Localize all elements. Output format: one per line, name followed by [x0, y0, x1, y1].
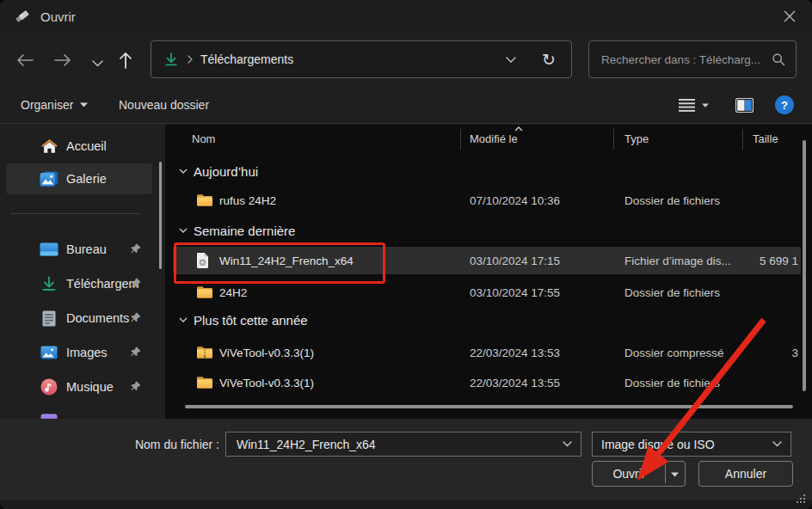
filename-input[interactable] — [235, 437, 563, 452]
filetype-value: Image disque ou ISO — [601, 438, 715, 451]
sidebar-item-accueil[interactable]: Accueil — [6, 131, 152, 162]
up-button[interactable] — [114, 49, 137, 71]
pictures-icon — [39, 343, 59, 362]
sidebar-item-label: Accueil — [66, 139, 107, 153]
pin-icon — [131, 312, 141, 322]
group-header-aujourdhui[interactable]: Aujourd’hui — [165, 160, 812, 182]
column-separator[interactable] — [742, 129, 743, 150]
new-folder-button[interactable]: Nouveau dossier — [119, 86, 209, 124]
forward-button[interactable] — [52, 49, 74, 71]
group-label: Aujourd’hui — [194, 164, 258, 179]
open-button[interactable]: Ouvrir — [592, 461, 686, 487]
column-header-taille[interactable]: Taille — [753, 132, 778, 145]
filename-combobox[interactable] — [225, 432, 581, 457]
file-row-24h2[interactable]: 24H2 03/10/2024 17:55 Dossier de fichier… — [165, 279, 812, 306]
file-row-win11-iso[interactable]: Win11_24H2_French_x64 03/10/2024 17:15 F… — [165, 247, 812, 274]
sidebar-item-galerie[interactable]: Galerie — [6, 163, 152, 194]
chevron-down-icon[interactable] — [772, 441, 782, 447]
column-separator[interactable] — [613, 129, 614, 150]
disc-image-icon — [196, 253, 209, 269]
sidebar-item-label: Documents — [66, 311, 129, 325]
file-row-vivetool-folder[interactable]: ViVeTool-v0.3.3(1) 22/03/2024 13:55 Doss… — [165, 369, 812, 396]
file-modified: 22/03/2024 13:55 — [470, 377, 560, 389]
file-row-vivetool-zip[interactable]: ViVeTool-v0.3.3(1) 22/03/2024 13:53 Doss… — [165, 339, 812, 366]
file-type: Dossier de fichiers — [624, 194, 720, 207]
group-header-plus-tot[interactable]: Plus tôt cette année — [165, 309, 812, 331]
preview-pane-button[interactable] — [735, 86, 754, 124]
sidebar-item-label: Bureau — [66, 242, 107, 256]
view-mode-button[interactable] — [679, 86, 709, 124]
recent-locations-chevron-icon[interactable] — [86, 52, 108, 75]
dialog-footer: Nom du fichier : Image disque ou ISO Ouv… — [0, 419, 812, 509]
chevron-down-icon[interactable] — [563, 441, 572, 447]
sidebar-item-documents[interactable]: Documents — [6, 303, 152, 334]
close-icon[interactable] — [774, 3, 805, 29]
filename-label: Nom du fichier : — [112, 438, 219, 451]
new-folder-label: Nouveau dossier — [119, 98, 209, 112]
window-bottom-edge — [0, 500, 812, 509]
file-modified: 03/10/2024 17:15 — [470, 254, 560, 267]
folder-icon — [196, 376, 213, 389]
file-name: Win11_24H2_French_x64 — [219, 254, 354, 267]
sidebar-item-label: Galerie — [66, 172, 107, 186]
pin-icon — [131, 243, 141, 254]
chevron-down-icon — [179, 169, 188, 174]
zip-folder-icon — [196, 346, 213, 359]
split-button-divider — [665, 464, 666, 483]
sidebar-item-musique[interactable]: Musique — [6, 371, 152, 402]
search-box[interactable] — [588, 40, 797, 78]
group-header-semaine-derniere[interactable]: Semaine dernière — [165, 219, 812, 242]
sidebar-item-images[interactable]: Images — [6, 337, 152, 368]
organiser-button[interactable]: Organiser — [21, 86, 88, 124]
file-name: ViVeTool-v0.3.3(1) — [219, 346, 314, 359]
sidebar-item-bureau[interactable]: Bureau — [6, 234, 152, 265]
column-header-modifie[interactable]: Modifié le — [470, 132, 518, 145]
sort-ascending-icon — [514, 126, 523, 132]
resize-grip[interactable] — [797, 494, 805, 503]
file-name: ViVeTool-v0.3.3(1) — [219, 377, 314, 389]
address-bar[interactable]: Téléchargements ↻ — [151, 40, 572, 78]
column-header-row: Nom Modifié le Type Taille — [165, 126, 812, 150]
pin-icon — [131, 346, 141, 357]
window-title: Ouvrir — [40, 9, 76, 24]
breadcrumb-chevron-icon — [188, 55, 193, 64]
sidebar-item-videos-partial[interactable] — [6, 403, 152, 419]
documents-icon — [39, 309, 59, 328]
gallery-icon — [39, 169, 59, 188]
downloads-icon — [163, 52, 179, 67]
column-separator[interactable] — [460, 129, 461, 150]
music-icon — [39, 377, 59, 396]
group-label: Semaine dernière — [194, 224, 295, 238]
open-dropdown-icon[interactable] — [671, 472, 679, 477]
file-size: 3 — [791, 346, 798, 359]
file-row-rufus-24h2[interactable]: rufus 24H2 07/10/2024 10:36 Dossier de f… — [165, 187, 812, 214]
horizontal-scrollbar[interactable] — [185, 405, 793, 408]
open-dialog-window: Ouvrir Téléchargements ↻ — [0, 0, 812, 509]
file-modified: 03/10/2024 17:55 — [470, 286, 560, 299]
downloads-icon — [39, 274, 59, 293]
preview-pane-icon — [735, 98, 754, 113]
chevron-down-icon — [80, 102, 88, 107]
help-icon: ? — [775, 95, 794, 114]
file-name: 24H2 — [219, 286, 247, 299]
sidebar-scrollbar[interactable] — [159, 162, 162, 269]
back-button[interactable] — [14, 49, 36, 71]
filetype-combobox[interactable]: Image disque ou ISO — [592, 432, 791, 457]
sidebar-item-telechargements[interactable]: Téléchargem — [6, 268, 152, 299]
search-input[interactable] — [600, 52, 772, 67]
file-name: rufus 24H2 — [219, 194, 276, 207]
refresh-icon[interactable]: ↻ — [542, 52, 556, 68]
breadcrumb-location[interactable]: Téléchargements — [200, 52, 293, 66]
help-button[interactable]: ? — [775, 86, 794, 124]
column-header-nom[interactable]: Nom — [192, 132, 215, 145]
cancel-button[interactable]: Annuler — [698, 461, 793, 487]
file-type: Fichier d’image dis... — [624, 254, 731, 267]
vertical-scrollbar[interactable] — [803, 140, 806, 391]
sidebar-item-label: Images — [66, 346, 108, 359]
address-dropdown-chevron-icon[interactable] — [506, 57, 516, 63]
search-icon[interactable] — [772, 52, 785, 66]
chevron-down-icon — [179, 317, 188, 322]
organiser-label: Organiser — [21, 98, 73, 112]
column-header-type[interactable]: Type — [624, 132, 649, 145]
navigation-pane: Accueil Galerie Bureau — [0, 125, 165, 419]
